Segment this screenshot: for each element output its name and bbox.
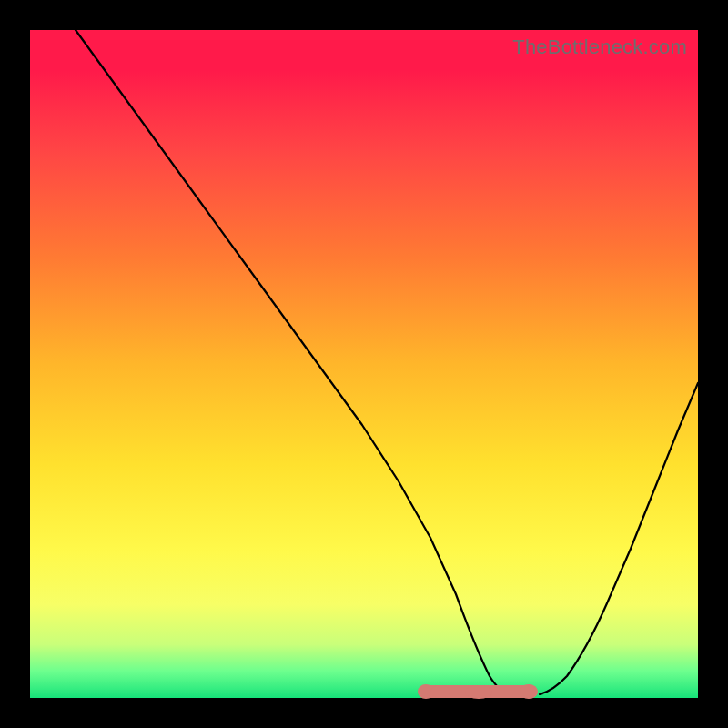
curve-right-limb <box>540 383 698 694</box>
curve-left-limb <box>76 30 511 694</box>
valley-highlight-blob-left2 <box>430 685 450 698</box>
bottleneck-curve <box>30 30 698 698</box>
valley-highlight-blob-right <box>520 684 538 699</box>
plot-area: TheBottleneck.com <box>30 30 698 698</box>
valley-highlight-blob-mid <box>465 685 492 699</box>
chart-frame: TheBottleneck.com <box>0 0 728 728</box>
